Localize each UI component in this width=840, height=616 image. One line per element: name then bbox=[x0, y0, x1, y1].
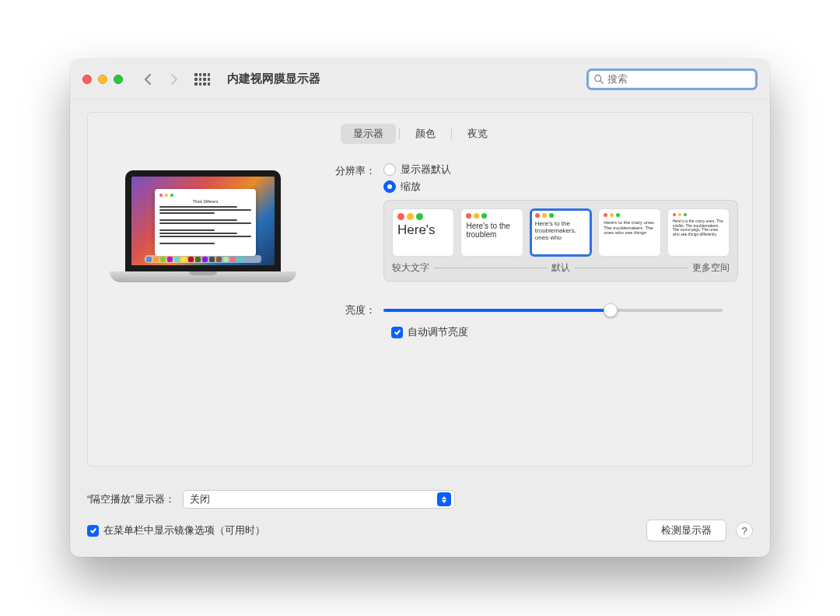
minimize-button[interactable] bbox=[98, 75, 107, 84]
scale-option-text: Here's to the crazy ones. The misfits. T… bbox=[673, 219, 724, 236]
radio-default[interactable]: 显示器默认 bbox=[383, 163, 738, 177]
radio-icon bbox=[383, 163, 396, 176]
scale-label-default: 默认 bbox=[551, 261, 570, 275]
brightness-slider[interactable] bbox=[383, 309, 723, 312]
laptop-screen-icon: Think Different bbox=[125, 170, 281, 271]
chevron-updown-icon bbox=[437, 492, 451, 506]
brightness-label: 亮度： bbox=[327, 303, 383, 317]
search-field[interactable] bbox=[586, 68, 758, 90]
help-button[interactable]: ? bbox=[736, 522, 753, 539]
toolbar: 内建视网膜显示器 bbox=[70, 59, 770, 100]
content-area: 显示器 颜色 夜览 bbox=[70, 100, 770, 479]
scale-option-text: Here's to the troublemakers, ones who bbox=[535, 221, 586, 241]
back-button[interactable] bbox=[138, 70, 157, 89]
forward-button[interactable] bbox=[165, 70, 184, 89]
airplay-value: 关闭 bbox=[190, 492, 210, 506]
checkbox-icon bbox=[391, 327, 403, 338]
slider-knob-icon[interactable] bbox=[604, 303, 618, 317]
radio-scaled[interactable]: 缩放 bbox=[383, 180, 738, 194]
search-icon bbox=[593, 74, 604, 85]
radio-default-label: 显示器默认 bbox=[401, 163, 451, 177]
window-controls bbox=[82, 75, 123, 84]
brightness-row: 亮度： bbox=[327, 303, 738, 317]
preferences-window: 内建视网膜显示器 显示器 颜色 夜览 bbox=[70, 59, 770, 557]
close-button[interactable] bbox=[82, 75, 92, 84]
checkbox-icon bbox=[87, 525, 99, 537]
scale-option-1[interactable]: Here's to the troublem bbox=[460, 208, 523, 257]
scale-option-text: Here's bbox=[397, 223, 449, 238]
display-preview: Think Different bbox=[102, 163, 304, 339]
radio-scaled-label: 缩放 bbox=[401, 180, 421, 194]
scale-option-2[interactable]: Here's to the troublemakers, ones who bbox=[530, 208, 592, 257]
resolution-row: 分辨率： 显示器默认 缩放 bbox=[327, 163, 738, 282]
menubar-mirror-checkbox[interactable]: 在菜单栏中显示镜像选项（可用时） bbox=[87, 523, 265, 537]
bottom-area: “隔空播放”显示器： 关闭 在菜单栏中显示镜像选项（可用时） 检测显示器 ? bbox=[70, 479, 770, 557]
airplay-row: “隔空播放”显示器： 关闭 bbox=[87, 490, 753, 509]
window-title: 内建视网膜显示器 bbox=[227, 72, 320, 86]
scale-option-text: Here's to the crazy ones. The troublemak… bbox=[604, 220, 655, 236]
search-input[interactable] bbox=[607, 73, 751, 85]
scale-option-3[interactable]: Here's to the crazy ones. The troublemak… bbox=[598, 208, 660, 257]
tab-display[interactable]: 显示器 bbox=[341, 124, 396, 144]
radio-icon bbox=[383, 180, 396, 193]
auto-brightness-checkbox[interactable]: 自动调节亮度 bbox=[391, 325, 738, 339]
display-panel: 显示器 颜色 夜览 bbox=[87, 112, 753, 467]
zoom-button[interactable] bbox=[114, 75, 123, 84]
scale-option-0[interactable]: Here's bbox=[392, 208, 454, 257]
tab-bar: 显示器 颜色 夜览 bbox=[102, 124, 738, 144]
scale-option-text: Here's to the troublem bbox=[466, 222, 517, 239]
menubar-mirror-label: 在菜单栏中显示镜像选项（可用时） bbox=[103, 523, 265, 537]
laptop-base-icon bbox=[110, 271, 296, 282]
scale-option-4[interactable]: Here's to the crazy ones. The misfits. T… bbox=[667, 208, 730, 257]
show-all-icon[interactable] bbox=[194, 73, 210, 86]
airplay-select[interactable]: 关闭 bbox=[183, 490, 455, 509]
airplay-label: “隔空播放”显示器： bbox=[87, 492, 175, 506]
settings-area: 分辨率： 显示器默认 缩放 bbox=[327, 163, 738, 339]
resolution-label: 分辨率： bbox=[327, 163, 383, 178]
tab-color[interactable]: 颜色 bbox=[403, 124, 448, 144]
scale-label-large: 较大文字 bbox=[392, 261, 429, 275]
svg-line-1 bbox=[600, 80, 604, 83]
tab-night-shift[interactable]: 夜览 bbox=[455, 124, 500, 144]
detect-displays-button[interactable]: 检测显示器 bbox=[646, 520, 726, 541]
scale-options: Here'sHere's to the troublemHere's to th… bbox=[383, 200, 738, 282]
scale-label-more: 更多空间 bbox=[692, 261, 730, 275]
auto-brightness-label: 自动调节亮度 bbox=[408, 325, 468, 339]
